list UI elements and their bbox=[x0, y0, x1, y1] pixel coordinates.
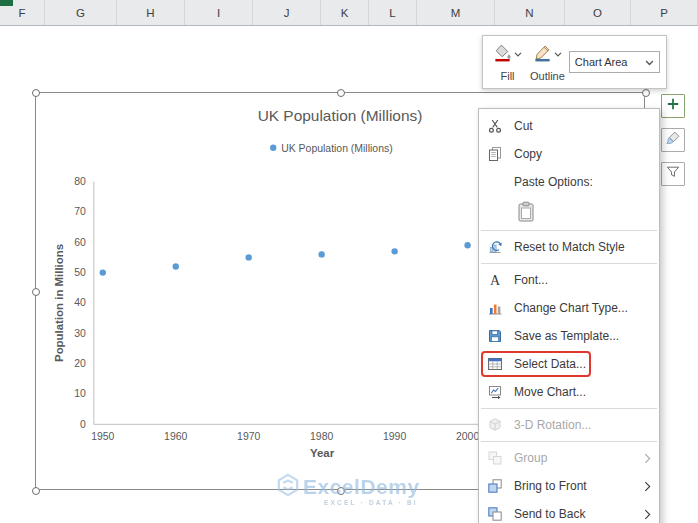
submenu-chevron-icon bbox=[644, 481, 651, 492]
menu-item-label: Paste Options: bbox=[514, 175, 651, 189]
menu-item-cut[interactable]: Cut bbox=[479, 112, 659, 140]
column-headers: FGHIJKLMNOP bbox=[0, 0, 698, 26]
fill-bucket-icon bbox=[493, 43, 512, 66]
chart-element-select-value: Chart Area bbox=[575, 56, 628, 68]
svg-text:50: 50 bbox=[74, 267, 86, 278]
outline-button[interactable]: Outline bbox=[526, 41, 569, 83]
bring-front-icon bbox=[486, 478, 504, 494]
font-icon: A bbox=[486, 272, 504, 288]
funnel-icon bbox=[665, 164, 681, 184]
column-header-M[interactable]: M bbox=[417, 0, 495, 25]
column-header-J[interactable]: J bbox=[253, 0, 321, 25]
chart-type-icon bbox=[486, 300, 504, 316]
watermark-brand: ExcelDemy bbox=[303, 475, 420, 499]
column-header-L[interactable]: L bbox=[369, 0, 417, 25]
menu-item-label: Font... bbox=[514, 273, 651, 287]
column-header-N[interactable]: N bbox=[495, 0, 565, 25]
menu-item-paste-options[interactable]: Paste Options: bbox=[479, 168, 659, 196]
fill-button-label: Fill bbox=[500, 70, 514, 82]
chart-styles-button[interactable] bbox=[661, 128, 685, 152]
column-header-O[interactable]: O bbox=[565, 0, 631, 25]
selection-handle[interactable] bbox=[337, 89, 345, 97]
menu-item-label: Reset to Match Style bbox=[514, 240, 651, 254]
svg-text:20: 20 bbox=[74, 358, 86, 369]
svg-text:A: A bbox=[490, 273, 501, 288]
menu-item-label: Cut bbox=[514, 119, 651, 133]
menu-item-paste-option-clipboard[interactable] bbox=[479, 196, 659, 228]
watermark: ExcelDemy EXCEL · DATA · BI bbox=[276, 473, 420, 506]
menu-item-send-to-back[interactable]: Send to Back bbox=[479, 500, 659, 523]
svg-text:70: 70 bbox=[74, 206, 86, 217]
svg-text:1970: 1970 bbox=[237, 431, 260, 442]
selection-handle[interactable] bbox=[642, 89, 650, 97]
fill-button[interactable]: Fill bbox=[489, 41, 526, 83]
menu-item-label: Move Chart... bbox=[514, 385, 651, 399]
column-header-H[interactable]: H bbox=[117, 0, 185, 25]
svg-text:1960: 1960 bbox=[164, 431, 187, 442]
chart-elements-button[interactable] bbox=[661, 94, 685, 118]
plus-icon bbox=[665, 96, 681, 116]
column-header-I[interactable]: I bbox=[185, 0, 253, 25]
menu-item-save-as-template[interactable]: Save as Template... bbox=[479, 322, 659, 350]
reset-icon bbox=[486, 239, 504, 255]
chart-side-buttons bbox=[661, 94, 685, 186]
outline-pencil-icon bbox=[533, 43, 552, 66]
selection-handle[interactable] bbox=[32, 487, 40, 495]
chevron-down-icon bbox=[514, 43, 522, 61]
menu-separator bbox=[481, 441, 657, 442]
cut-icon bbox=[486, 118, 504, 134]
svg-text:UK Population (Millions): UK Population (Millions) bbox=[258, 107, 423, 124]
menu-item-select-data[interactable]: Select Data... bbox=[479, 350, 659, 378]
menu-item-3d-rotation: 3-D Rotation... bbox=[479, 411, 659, 439]
menu-item-reset-to-match-style[interactable]: Reset to Match Style bbox=[479, 233, 659, 261]
submenu-chevron-icon bbox=[644, 453, 651, 464]
copy-icon bbox=[486, 146, 504, 162]
svg-text:1990: 1990 bbox=[383, 431, 406, 442]
menu-item-change-chart-type[interactable]: Change Chart Type... bbox=[479, 294, 659, 322]
chart-filters-button[interactable] bbox=[661, 162, 685, 186]
menu-item-group: Group bbox=[479, 444, 659, 472]
menu-separator bbox=[481, 263, 657, 264]
selection-corner-accent bbox=[0, 0, 13, 6]
column-header-K[interactable]: K bbox=[321, 0, 369, 25]
watermark-tagline: EXCEL · DATA · BI bbox=[324, 499, 420, 506]
submenu-chevron-icon bbox=[644, 509, 651, 520]
menu-item-label: Group bbox=[514, 451, 640, 465]
clipboard-icon bbox=[514, 200, 538, 224]
menu-item-label: Save as Template... bbox=[514, 329, 651, 343]
chevron-down-icon bbox=[645, 56, 654, 68]
menu-item-label: Bring to Front bbox=[514, 479, 640, 493]
exceldemy-logo-icon bbox=[276, 473, 300, 501]
context-menu: CutCopyPaste Options:Reset to Match Styl… bbox=[478, 108, 660, 523]
menu-separator bbox=[481, 408, 657, 409]
svg-text:Year: Year bbox=[310, 447, 335, 459]
menu-item-label: Copy bbox=[514, 147, 651, 161]
chart-element-select[interactable]: Chart Area bbox=[569, 51, 660, 73]
menu-item-label: Send to Back bbox=[514, 507, 640, 521]
mini-toolbar: Fill Outline Chart Area bbox=[482, 35, 667, 89]
brush-icon bbox=[665, 130, 681, 150]
menu-item-bring-to-front[interactable]: Bring to Front bbox=[479, 472, 659, 500]
menu-item-label: Select Data... bbox=[514, 357, 651, 371]
svg-text:30: 30 bbox=[74, 328, 86, 339]
svg-text:1980: 1980 bbox=[310, 431, 333, 442]
select-data-icon bbox=[486, 356, 504, 372]
svg-text:UK Population (Millions): UK Population (Millions) bbox=[281, 143, 392, 154]
menu-item-label: 3-D Rotation... bbox=[514, 418, 651, 432]
rotation-icon bbox=[486, 417, 504, 433]
group-icon bbox=[486, 450, 504, 466]
column-header-G[interactable]: G bbox=[45, 0, 117, 25]
move-chart-icon bbox=[486, 384, 504, 400]
menu-item-copy[interactable]: Copy bbox=[479, 140, 659, 168]
column-header-P[interactable]: P bbox=[631, 0, 698, 25]
svg-text:60: 60 bbox=[74, 237, 86, 248]
selection-handle[interactable] bbox=[32, 288, 40, 296]
svg-text:40: 40 bbox=[74, 297, 86, 308]
menu-item-font[interactable]: AFont... bbox=[479, 266, 659, 294]
svg-text:1950: 1950 bbox=[91, 431, 114, 442]
selection-handle[interactable] bbox=[32, 89, 40, 97]
chevron-down-icon bbox=[554, 43, 562, 61]
save-icon bbox=[486, 328, 504, 344]
menu-item-move-chart[interactable]: Move Chart... bbox=[479, 378, 659, 406]
send-back-icon bbox=[486, 506, 504, 522]
